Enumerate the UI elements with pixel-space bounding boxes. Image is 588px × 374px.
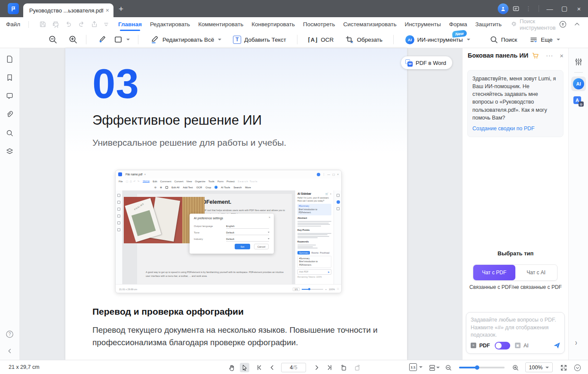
hand-tool-icon[interactable] — [227, 363, 236, 372]
create-summary-link[interactable]: Создание сводки по PDF — [472, 126, 558, 132]
pdfelement-window: Руководство ...ьзователя.pdf × + ⋮ — ▢ ×… — [0, 0, 588, 374]
menu-comment[interactable]: Комментировать — [198, 21, 243, 28]
mini-menubar: File ▢ ⎙ ↶ ↷ Home Edit Comment Convert V… — [116, 178, 341, 184]
account-avatar[interactable] — [496, 2, 509, 15]
translate-icon[interactable]: Aф — [573, 96, 584, 107]
add-text-icon: T — [233, 36, 241, 44]
pdf-page[interactable]: 03 Эффективное решение ИИ Универсальное … — [65, 48, 407, 360]
pdf-chip-icon: ≡ — [471, 343, 476, 348]
svg-text:?: ? — [9, 332, 11, 337]
undo-icon[interactable] — [65, 21, 72, 28]
minimize-button[interactable]: — — [542, 5, 557, 12]
menu-form[interactable]: Форма — [449, 21, 467, 28]
last-page-icon[interactable] — [325, 363, 334, 372]
page-search-icon[interactable] — [6, 129, 14, 137]
attachments-icon[interactable] — [6, 110, 14, 119]
ai-sidebar-toggle[interactable]: AI — [571, 77, 586, 91]
zoom-level-select[interactable]: 100% — [525, 362, 553, 372]
chat-with-pdf-button[interactable]: Чат с PDF — [473, 265, 515, 280]
new-tab-button[interactable]: + — [119, 4, 123, 14]
collapse-statusbar-icon[interactable] — [573, 363, 582, 372]
mini-toolbar: ⊖⊕ Edit All Add Text OCR Crop AI Tools S… — [154, 184, 342, 190]
prev-page-icon[interactable] — [267, 363, 277, 372]
thumbnails-icon[interactable] — [6, 55, 14, 63]
zoom-in-button[interactable] — [511, 363, 520, 372]
close-button[interactable]: × — [572, 5, 586, 12]
tab-close-icon[interactable]: × — [106, 7, 109, 14]
mini-left-strip — [116, 190, 122, 284]
document-canvas[interactable]: 03 Эффективное решение ИИ Универсальное … — [20, 48, 462, 360]
share-icon[interactable] — [91, 21, 98, 28]
zoom-in-tool-icon[interactable] — [68, 35, 78, 44]
pdf-to-word-button[interactable]: W PDF в Word — [401, 56, 452, 69]
maximize-button[interactable]: ▢ — [557, 5, 572, 12]
ocr-icon: ⌈A⌋ — [308, 37, 318, 43]
mini-right-strip — [334, 190, 342, 284]
zoom-slider[interactable] — [459, 367, 505, 368]
search-tools[interactable]: Поиск инструментов — [511, 18, 559, 31]
ai-panel-more-icon[interactable]: ··· — [546, 52, 553, 59]
save-icon[interactable] — [39, 21, 46, 28]
menu-view[interactable]: Посмотреть — [303, 21, 335, 28]
chat-with-ai-button[interactable]: Чат с AI — [515, 265, 557, 280]
redo-icon[interactable] — [78, 21, 85, 28]
cart-icon[interactable] — [532, 52, 539, 59]
help-icon[interactable]: ? — [5, 330, 14, 339]
page-number-input[interactable]: 4/5 — [281, 363, 306, 372]
more-menu-icon[interactable]: ⋮ — [522, 2, 535, 15]
send-icon[interactable] — [553, 341, 561, 349]
zoom-out-tool-icon[interactable] — [48, 35, 58, 44]
comments-icon[interactable] — [6, 92, 14, 100]
zoom-slider-knob[interactable] — [475, 365, 479, 370]
chapter-number: 03 — [92, 60, 139, 107]
toolbar-dropdown-icon[interactable] — [104, 22, 109, 27]
menu-edit[interactable]: Редактировать — [150, 21, 190, 28]
collapse-toolbar-icon[interactable] — [574, 21, 580, 28]
collapse-left-icon[interactable] — [7, 348, 12, 354]
mini-cancel-button: Cancel — [254, 244, 269, 249]
menu-file[interactable]: Файл — [6, 21, 20, 28]
select-tool-icon[interactable] — [240, 363, 249, 372]
ai-greeting-card: Здравствуйте, меня зовут Lumi, я Ваш ИИ-… — [467, 70, 564, 137]
collapse-panel-icon[interactable]: › — [575, 337, 577, 347]
ai-panel-close-icon[interactable]: × — [560, 52, 564, 59]
mini-paragraph2: A good way to get up to speed in using P… — [146, 270, 288, 279]
layers-icon[interactable] — [6, 147, 14, 156]
zoom-out-button[interactable] — [444, 363, 453, 372]
cloud-upload-icon[interactable] — [559, 20, 567, 28]
pdf-ai-toggle[interactable] — [495, 342, 510, 349]
rotate-left-icon[interactable] — [339, 363, 348, 372]
edit-all-caret-icon — [218, 39, 221, 40]
crop-icon — [345, 35, 354, 44]
toolbar: Редактировать Всё T Добавить Текст ⌈A⌋ O… — [0, 31, 588, 48]
menu-tools[interactable]: Инструменты — [404, 21, 441, 28]
bookmarks-icon[interactable] — [6, 74, 14, 82]
mini-ai-preference-dialog: AI preference settings × Output language… — [190, 214, 274, 254]
menu-protect[interactable]: Защитить — [475, 21, 502, 28]
search-button[interactable]: Поиск — [490, 35, 517, 44]
ai-chat-input[interactable]: Задавайте любые вопросы о PDF. Нажмите «… — [466, 312, 565, 354]
first-page-icon[interactable] — [254, 363, 264, 372]
shape-tool[interactable] — [114, 35, 130, 44]
feedback-icon[interactable] — [509, 2, 522, 15]
mini-set-button: Set — [235, 244, 250, 249]
properties-icon[interactable] — [574, 58, 583, 66]
pdf-chip-label: PDF — [479, 343, 490, 349]
edit-all-button[interactable]: Редактировать Всё — [150, 35, 221, 44]
document-tab[interactable]: Руководство ...ьзователя.pdf × — [23, 3, 113, 17]
ocr-button[interactable]: ⌈A⌋ OCR — [308, 37, 334, 43]
rotate-right-icon[interactable] — [352, 363, 362, 372]
mini-avatar — [317, 173, 320, 176]
print-icon[interactable] — [52, 21, 59, 28]
more-button[interactable]: Еще — [530, 36, 560, 44]
highlighter-icon[interactable] — [97, 34, 107, 45]
crop-button[interactable]: Обрезать — [345, 35, 383, 44]
menu-home[interactable]: Главная — [118, 21, 142, 28]
page-layout-button[interactable] — [427, 363, 437, 372]
next-page-icon[interactable] — [312, 363, 322, 372]
menu-convert[interactable]: Конвертировать — [251, 21, 295, 28]
menu-organize[interactable]: Систематизировать — [343, 21, 396, 28]
fullscreen-icon[interactable] — [559, 363, 568, 372]
fit-mode-button[interactable]: 1:1 — [409, 363, 423, 371]
add-text-button[interactable]: T Добавить Текст — [233, 36, 286, 44]
